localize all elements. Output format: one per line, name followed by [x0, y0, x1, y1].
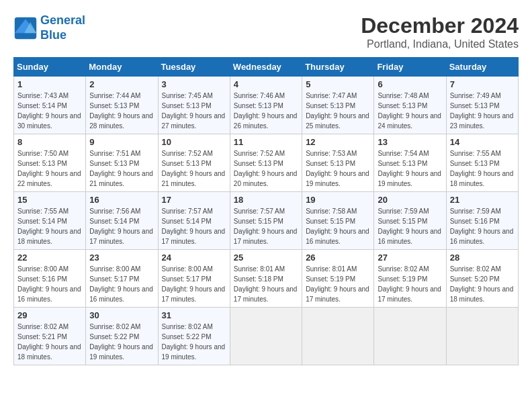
calendar-cell: 28 Sunrise: 8:02 AMSunset: 5:20 PMDaylig…: [446, 250, 518, 308]
page-subtitle: Portland, Indiana, United States: [361, 38, 519, 50]
day-number: 29: [17, 310, 82, 320]
calendar-cell: 26 Sunrise: 8:01 AMSunset: 5:19 PMDaylig…: [302, 250, 374, 308]
day-number: 27: [378, 253, 442, 263]
day-detail: Sunrise: 7:56 AMSunset: 5:14 PMDaylight:…: [89, 208, 153, 245]
day-number: 16: [89, 195, 154, 205]
day-detail: Sunrise: 7:47 AMSunset: 5:13 PMDaylight:…: [306, 92, 369, 130]
calendar-cell: 11 Sunrise: 7:52 AMSunset: 5:13 PMDaylig…: [230, 134, 302, 192]
calendar-cell: 5 Sunrise: 7:47 AMSunset: 5:13 PMDayligh…: [302, 77, 374, 134]
day-number: 15: [17, 195, 82, 205]
day-detail: Sunrise: 7:59 AMSunset: 5:15 PMDaylight:…: [378, 208, 441, 245]
day-detail: Sunrise: 7:59 AMSunset: 5:16 PMDaylight:…: [450, 208, 514, 245]
calendar-cell: 14 Sunrise: 7:55 AMSunset: 5:13 PMDaylig…: [446, 134, 518, 192]
day-detail: Sunrise: 7:53 AMSunset: 5:13 PMDaylight:…: [306, 150, 369, 187]
logo-icon: [13, 16, 38, 40]
calendar-week-row: 8 Sunrise: 7:50 AMSunset: 5:13 PMDayligh…: [14, 134, 519, 192]
day-detail: Sunrise: 8:02 AMSunset: 5:22 PMDaylight:…: [89, 323, 153, 361]
day-detail: Sunrise: 8:00 AMSunset: 5:17 PMDaylight:…: [162, 265, 226, 303]
day-number: 14: [450, 137, 515, 147]
day-detail: Sunrise: 8:02 AMSunset: 5:21 PMDaylight:…: [17, 323, 81, 361]
day-header-saturday: Saturday: [446, 58, 518, 77]
day-number: 21: [450, 195, 515, 205]
day-number: 11: [234, 137, 298, 147]
calendar-cell: 4 Sunrise: 7:46 AMSunset: 5:13 PMDayligh…: [230, 77, 302, 134]
calendar-cell: 15 Sunrise: 7:55 AMSunset: 5:14 PMDaylig…: [14, 192, 86, 250]
day-detail: Sunrise: 8:00 AMSunset: 5:16 PMDaylight:…: [17, 265, 81, 303]
day-detail: Sunrise: 7:57 AMSunset: 5:15 PMDaylight:…: [234, 208, 298, 245]
calendar-week-row: 1 Sunrise: 7:43 AMSunset: 5:14 PMDayligh…: [14, 77, 519, 134]
day-number: 18: [234, 195, 298, 205]
day-detail: Sunrise: 8:02 AMSunset: 5:22 PMDaylight:…: [162, 323, 226, 361]
day-number: 31: [162, 310, 226, 320]
logo-line1: General: [40, 13, 85, 27]
day-number: 10: [162, 137, 226, 147]
day-number: 3: [162, 79, 226, 89]
day-number: 17: [162, 195, 226, 205]
calendar-cell: [302, 308, 374, 365]
day-number: 9: [89, 137, 154, 147]
calendar-cell: 18 Sunrise: 7:57 AMSunset: 5:15 PMDaylig…: [230, 192, 302, 250]
calendar-table: SundayMondayTuesdayWednesdayThursdayFrid…: [13, 57, 519, 365]
day-number: 8: [17, 137, 82, 147]
calendar-cell: 22 Sunrise: 8:00 AMSunset: 5:16 PMDaylig…: [14, 250, 86, 308]
day-number: 2: [89, 79, 154, 89]
day-number: 25: [234, 253, 298, 263]
day-number: 23: [89, 253, 154, 263]
day-detail: Sunrise: 7:55 AMSunset: 5:14 PMDaylight:…: [17, 208, 81, 245]
day-detail: Sunrise: 8:01 AMSunset: 5:19 PMDaylight:…: [306, 265, 369, 303]
day-detail: Sunrise: 7:58 AMSunset: 5:15 PMDaylight:…: [306, 208, 369, 245]
calendar-cell: 9 Sunrise: 7:51 AMSunset: 5:13 PMDayligh…: [86, 134, 158, 192]
day-header-sunday: Sunday: [14, 58, 86, 77]
day-detail: Sunrise: 7:52 AMSunset: 5:13 PMDaylight:…: [162, 150, 226, 187]
calendar-cell: 12 Sunrise: 7:53 AMSunset: 5:13 PMDaylig…: [302, 134, 374, 192]
day-header-monday: Monday: [86, 58, 158, 77]
calendar-cell: 10 Sunrise: 7:52 AMSunset: 5:13 PMDaylig…: [158, 134, 230, 192]
day-detail: Sunrise: 7:45 AMSunset: 5:13 PMDaylight:…: [162, 92, 226, 130]
day-detail: Sunrise: 7:44 AMSunset: 5:13 PMDaylight:…: [89, 92, 153, 130]
calendar-cell: 17 Sunrise: 7:57 AMSunset: 5:14 PMDaylig…: [158, 192, 230, 250]
page-title: December 2024: [361, 13, 519, 38]
calendar-cell: 3 Sunrise: 7:45 AMSunset: 5:13 PMDayligh…: [158, 77, 230, 134]
day-header-tuesday: Tuesday: [158, 58, 230, 77]
day-header-thursday: Thursday: [302, 58, 374, 77]
title-section: December 2024 Portland, Indiana, United …: [361, 13, 519, 50]
logo-line2: Blue: [40, 28, 66, 42]
day-number: 13: [378, 137, 442, 147]
day-detail: Sunrise: 7:57 AMSunset: 5:14 PMDaylight:…: [162, 208, 226, 245]
day-detail: Sunrise: 7:50 AMSunset: 5:13 PMDaylight:…: [17, 150, 81, 187]
calendar-cell: 23 Sunrise: 8:00 AMSunset: 5:17 PMDaylig…: [86, 250, 158, 308]
day-detail: Sunrise: 8:02 AMSunset: 5:19 PMDaylight:…: [378, 265, 441, 303]
day-number: 12: [306, 137, 370, 147]
calendar-cell: 7 Sunrise: 7:49 AMSunset: 5:13 PMDayligh…: [446, 77, 518, 134]
calendar-cell: 25 Sunrise: 8:01 AMSunset: 5:18 PMDaylig…: [230, 250, 302, 308]
day-number: 4: [234, 79, 298, 89]
day-header-friday: Friday: [374, 58, 446, 77]
day-detail: Sunrise: 7:54 AMSunset: 5:13 PMDaylight:…: [378, 150, 441, 187]
calendar-cell: 19 Sunrise: 7:58 AMSunset: 5:15 PMDaylig…: [302, 192, 374, 250]
calendar-cell: 24 Sunrise: 8:00 AMSunset: 5:17 PMDaylig…: [158, 250, 230, 308]
day-detail: Sunrise: 8:01 AMSunset: 5:18 PMDaylight:…: [234, 265, 298, 303]
calendar-cell: [446, 308, 518, 365]
calendar-cell: 20 Sunrise: 7:59 AMSunset: 5:15 PMDaylig…: [374, 192, 446, 250]
logo: General Blue: [13, 13, 85, 42]
calendar-week-row: 22 Sunrise: 8:00 AMSunset: 5:16 PMDaylig…: [14, 250, 519, 308]
calendar-week-row: 15 Sunrise: 7:55 AMSunset: 5:14 PMDaylig…: [14, 192, 519, 250]
day-number: 19: [306, 195, 370, 205]
day-number: 5: [306, 79, 370, 89]
day-number: 7: [450, 79, 515, 89]
calendar-cell: 2 Sunrise: 7:44 AMSunset: 5:13 PMDayligh…: [86, 77, 158, 134]
calendar-cell: 27 Sunrise: 8:02 AMSunset: 5:19 PMDaylig…: [374, 250, 446, 308]
day-detail: Sunrise: 8:00 AMSunset: 5:17 PMDaylight:…: [89, 265, 153, 303]
calendar-cell: 29 Sunrise: 8:02 AMSunset: 5:21 PMDaylig…: [14, 308, 86, 365]
day-header-wednesday: Wednesday: [230, 58, 302, 77]
day-number: 30: [89, 310, 154, 320]
day-number: 6: [378, 79, 442, 89]
calendar-cell: 13 Sunrise: 7:54 AMSunset: 5:13 PMDaylig…: [374, 134, 446, 192]
calendar-cell: 30 Sunrise: 8:02 AMSunset: 5:22 PMDaylig…: [86, 308, 158, 365]
calendar-week-row: 29 Sunrise: 8:02 AMSunset: 5:21 PMDaylig…: [14, 308, 519, 365]
day-number: 22: [17, 253, 82, 263]
day-number: 20: [378, 195, 442, 205]
day-detail: Sunrise: 8:02 AMSunset: 5:20 PMDaylight:…: [450, 265, 514, 303]
day-detail: Sunrise: 7:43 AMSunset: 5:14 PMDaylight:…: [17, 92, 81, 130]
day-detail: Sunrise: 7:48 AMSunset: 5:13 PMDaylight:…: [378, 92, 441, 130]
